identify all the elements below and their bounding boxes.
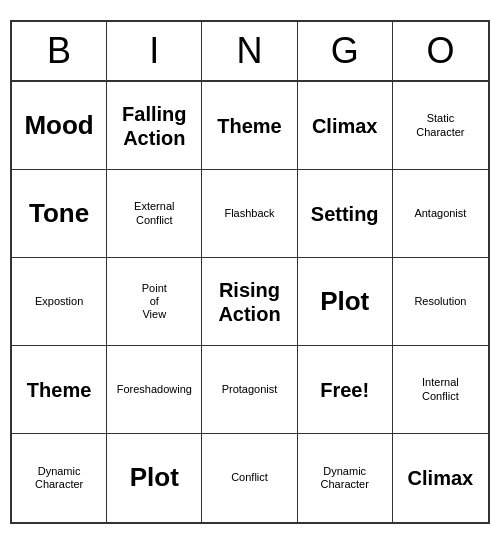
cell-label: Free! xyxy=(320,378,369,402)
bingo-card: BINGO MoodFalling ActionThemeClimaxStati… xyxy=(10,20,490,524)
cell-label: Mood xyxy=(24,110,93,141)
bingo-header: BINGO xyxy=(12,22,488,82)
cell-label: Foreshadowing xyxy=(117,383,192,396)
bingo-grid: MoodFalling ActionThemeClimaxStatic Char… xyxy=(12,82,488,522)
bingo-cell: Internal Conflict xyxy=(393,346,488,434)
bingo-cell: Setting xyxy=(298,170,393,258)
cell-label: Expostion xyxy=(35,295,83,308)
cell-label: Dynamic Character xyxy=(321,465,369,491)
cell-label: Dynamic Character xyxy=(35,465,83,491)
bingo-cell: Expostion xyxy=(12,258,107,346)
bingo-cell: Climax xyxy=(393,434,488,522)
cell-label: Plot xyxy=(320,286,369,317)
bingo-cell: Dynamic Character xyxy=(298,434,393,522)
header-letter: G xyxy=(298,22,393,80)
bingo-cell: Flashback xyxy=(202,170,297,258)
bingo-cell: Climax xyxy=(298,82,393,170)
bingo-cell: Foreshadowing xyxy=(107,346,202,434)
cell-label: Protagonist xyxy=(222,383,278,396)
header-letter: B xyxy=(12,22,107,80)
cell-label: Setting xyxy=(311,202,379,226)
cell-label: Resolution xyxy=(414,295,466,308)
cell-label: Climax xyxy=(312,114,378,138)
cell-label: Plot xyxy=(130,462,179,493)
bingo-cell: Point of View xyxy=(107,258,202,346)
bingo-cell: Falling Action xyxy=(107,82,202,170)
bingo-cell: Mood xyxy=(12,82,107,170)
header-letter: O xyxy=(393,22,488,80)
cell-label: Theme xyxy=(217,114,281,138)
bingo-cell: Plot xyxy=(107,434,202,522)
cell-label: External Conflict xyxy=(134,200,174,226)
header-letter: I xyxy=(107,22,202,80)
cell-label: Antagonist xyxy=(414,207,466,220)
cell-label: Theme xyxy=(27,378,91,402)
cell-label: Tone xyxy=(29,198,89,229)
cell-label: Climax xyxy=(408,466,474,490)
bingo-cell: Resolution xyxy=(393,258,488,346)
bingo-cell: Conflict xyxy=(202,434,297,522)
header-letter: N xyxy=(202,22,297,80)
bingo-cell: Protagonist xyxy=(202,346,297,434)
bingo-cell: Tone xyxy=(12,170,107,258)
cell-label: Static Character xyxy=(416,112,464,138)
bingo-cell: Theme xyxy=(12,346,107,434)
cell-label: Point of View xyxy=(142,282,167,322)
cell-label: Internal Conflict xyxy=(422,376,459,402)
bingo-cell: Theme xyxy=(202,82,297,170)
cell-label: Rising Action xyxy=(218,278,280,326)
bingo-cell: Antagonist xyxy=(393,170,488,258)
cell-label: Conflict xyxy=(231,471,268,484)
bingo-cell: External Conflict xyxy=(107,170,202,258)
cell-label: Falling Action xyxy=(122,102,186,150)
bingo-cell: Dynamic Character xyxy=(12,434,107,522)
bingo-cell: Static Character xyxy=(393,82,488,170)
bingo-cell: Free! xyxy=(298,346,393,434)
cell-label: Flashback xyxy=(224,207,274,220)
bingo-cell: Rising Action xyxy=(202,258,297,346)
bingo-cell: Plot xyxy=(298,258,393,346)
